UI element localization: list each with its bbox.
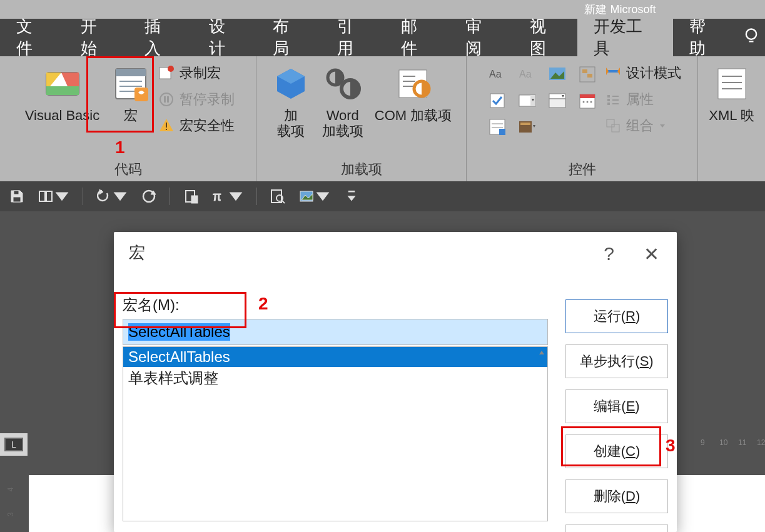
- svg-rect-65: [612, 124, 619, 132]
- control-richtext[interactable]: Aa: [484, 63, 511, 86]
- svg-marker-93: [539, 351, 544, 354]
- tab-view[interactable]: 视图: [514, 19, 578, 56]
- ribbon: Visual Basic 宏 录制宏: [0, 56, 765, 181]
- layout-button[interactable]: [38, 188, 70, 204]
- pause-recording-button: 暂停录制: [158, 90, 235, 109]
- step-button[interactable]: 单步执行(S): [565, 344, 668, 378]
- word-addins-button[interactable]: Word 加载项: [318, 60, 367, 141]
- group-mapping: XML 映 XML 映: [698, 56, 765, 181]
- control-group-placeholder2: [574, 115, 601, 139]
- record-macro-button[interactable]: 录制宏: [158, 64, 235, 83]
- tab-layout[interactable]: 布局: [256, 19, 321, 56]
- run-button[interactable]: 运行(R): [565, 299, 668, 333]
- svg-text:π: π: [213, 189, 221, 203]
- control-checkbox[interactable]: [484, 89, 511, 113]
- svg-rect-71: [14, 191, 19, 194]
- group-code: Visual Basic 宏 录制宏: [0, 56, 256, 181]
- design-mode-button[interactable]: 设计模式: [605, 64, 681, 83]
- svg-rect-43: [580, 94, 595, 98]
- properties-button: 属性: [605, 90, 681, 109]
- svg-rect-4: [46, 86, 79, 95]
- create-button[interactable]: 创建(C): [565, 434, 668, 468]
- svg-marker-57: [617, 68, 620, 75]
- edit-button[interactable]: 编辑(E): [565, 389, 668, 423]
- control-picture[interactable]: [544, 63, 571, 86]
- save-button[interactable]: [9, 188, 25, 204]
- tab-developer[interactable]: 开发工具: [577, 19, 673, 56]
- control-datepicker[interactable]: [574, 89, 601, 113]
- manager-button[interactable]: 管理器(G): [565, 524, 668, 532]
- control-buildingblock[interactable]: [574, 63, 601, 86]
- svg-rect-17: [166, 123, 167, 128]
- zoom-button[interactable]: [270, 188, 286, 204]
- xml-mapping-button[interactable]: XML 映: [705, 60, 758, 124]
- control-dropdown[interactable]: [544, 89, 571, 113]
- tab-home[interactable]: 开始: [64, 19, 129, 56]
- macro-list[interactable]: SelectAllTables 单表样式调整: [123, 346, 548, 521]
- macro-list-item[interactable]: 单表样式调整: [123, 367, 547, 389]
- control-plaintext[interactable]: Aa: [514, 63, 541, 86]
- tab-help[interactable]: 帮助: [673, 19, 737, 56]
- undo-button[interactable]: [96, 188, 128, 204]
- paste-button[interactable]: [183, 188, 199, 204]
- scroll-up-icon[interactable]: [536, 347, 547, 358]
- svg-rect-67: [718, 69, 746, 99]
- picture-button[interactable]: [298, 188, 331, 204]
- equation-button[interactable]: π: [211, 188, 244, 204]
- ruler-corner: L: [0, 433, 28, 456]
- visual-basic-button[interactable]: Visual Basic: [21, 60, 103, 124]
- properties-icon: [605, 91, 621, 108]
- tab-review[interactable]: 审阅: [449, 19, 514, 56]
- dialog-close-button[interactable]: ✕: [644, 243, 659, 265]
- macros-icon: [111, 64, 151, 104]
- design-mode-icon: [605, 65, 621, 81]
- svg-marker-89: [318, 193, 328, 199]
- tell-me-icon[interactable]: [737, 19, 765, 56]
- control-repeating[interactable]: [484, 115, 511, 139]
- delete-button[interactable]: 删除(D): [565, 479, 668, 513]
- tab-design[interactable]: 设计: [193, 19, 257, 56]
- control-legacy[interactable]: [514, 115, 541, 139]
- record-macro-icon: [158, 65, 175, 81]
- xml-mapping-icon: [712, 64, 752, 104]
- group-button: 组合: [605, 116, 681, 135]
- control-combobox[interactable]: [514, 89, 541, 113]
- macros-button[interactable]: 宏: [107, 60, 155, 124]
- group-addins: 加 载项 Word 加载项 COM 加载项 加载项: [256, 56, 467, 181]
- macro-list-item[interactable]: SelectAllTables: [123, 347, 547, 367]
- svg-rect-14: [164, 96, 166, 103]
- svg-rect-73: [39, 191, 45, 201]
- svg-marker-54: [533, 125, 535, 128]
- svg-point-46: [586, 101, 588, 103]
- com-addins-button[interactable]: COM 加载项: [371, 60, 455, 124]
- svg-rect-18: [166, 129, 167, 130]
- warning-icon: [158, 118, 175, 134]
- tab-references[interactable]: 引用: [321, 19, 385, 56]
- quick-access-toolbar: π: [0, 181, 765, 211]
- macro-list-scrollbar[interactable]: [536, 347, 547, 521]
- addins-button[interactable]: 加 载项: [267, 60, 315, 141]
- svg-text:Aa: Aa: [489, 69, 502, 79]
- svg-rect-74: [46, 191, 52, 201]
- svg-rect-59: [607, 99, 610, 101]
- svg-rect-6: [116, 69, 146, 76]
- tab-file[interactable]: 文件: [0, 19, 64, 56]
- macro-name-input[interactable]: [123, 319, 547, 344]
- svg-point-0: [746, 29, 756, 39]
- qat-customize[interactable]: [343, 188, 360, 204]
- svg-rect-34: [587, 74, 592, 78]
- macros-dialog: 宏 ? ✕ 宏名(M): SelectAllTables 单表样式调整 运行(R…: [114, 232, 677, 532]
- svg-point-45: [582, 101, 584, 103]
- svg-rect-72: [13, 197, 21, 202]
- word-addins-icon: [323, 64, 363, 104]
- macro-security-button[interactable]: 宏安全性: [158, 116, 235, 135]
- svg-rect-64: [607, 119, 614, 127]
- svg-rect-53: [520, 123, 530, 125]
- svg-rect-40: [549, 99, 565, 108]
- redo-button[interactable]: [141, 188, 157, 204]
- tab-insert[interactable]: 插入: [128, 19, 193, 56]
- svg-rect-15: [167, 96, 169, 103]
- group-controls-label: 控件: [569, 156, 596, 181]
- dialog-help-button[interactable]: ?: [604, 243, 614, 264]
- tab-mailings[interactable]: 邮件: [385, 19, 449, 56]
